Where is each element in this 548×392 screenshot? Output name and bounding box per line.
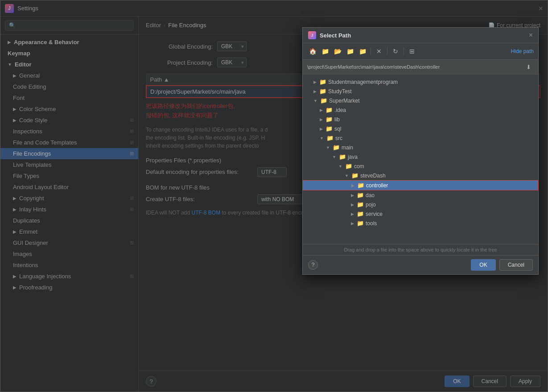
tree-label: sql (334, 126, 341, 132)
tree-label: controller (366, 182, 388, 189)
tree-arrow-icon: ▶ (351, 183, 354, 188)
dialog-close-button[interactable]: × (529, 31, 533, 39)
tree-item-src[interactable]: ▼ 📁 src (303, 133, 538, 143)
path-copy-button[interactable]: ⬇ (523, 62, 534, 72)
tree-item-tools[interactable]: ▶ 📁 tools (303, 219, 538, 228)
folder-icon: 📁 (319, 78, 326, 85)
tree-arrow-icon: ▼ (313, 99, 317, 103)
tree-item-pojo[interactable]: ▶ 📁 pojo (303, 200, 538, 209)
folder-button-4[interactable]: 📁 (357, 46, 368, 57)
tree-item-idea[interactable]: ▶ 📁 .idea (303, 105, 538, 115)
tree-label: service (366, 211, 383, 217)
tree-item-supermarket[interactable]: ▼ 📁 SuperMarket (303, 96, 538, 105)
tree-label: java (348, 154, 358, 160)
tree-label: SuperMarket (329, 98, 360, 104)
tree-label: Studentmanagementprogram (328, 79, 398, 85)
folder-icon: 📁 (326, 125, 333, 132)
tree-label: src (335, 135, 342, 141)
tree-arrow-icon: ▶ (320, 127, 323, 131)
tree-arrow-icon: ▼ (320, 136, 324, 140)
tree-arrow-icon: ▼ (326, 145, 330, 150)
dialog-path-input[interactable] (307, 64, 523, 70)
tree-item-studytest[interactable]: ▶ 📁 StudyTest (303, 87, 538, 96)
folder-icon: 📁 (326, 107, 333, 113)
tree-item-java[interactable]: ▼ 📁 java (303, 152, 538, 161)
tree-item-com[interactable]: ▼ 📁 com (303, 161, 538, 171)
tree-item-lib[interactable]: ▶ 📁 lib (303, 115, 538, 124)
dialog-toolbar: 🏠 📁 📂 📁 📁 ✕ ↻ ⊞ Hide path (303, 43, 538, 60)
tree-label: main (342, 144, 353, 151)
tree-arrow-icon: ▼ (345, 173, 349, 178)
folder-icon: 📁 (357, 201, 364, 208)
tree-arrow-icon: ▶ (320, 117, 323, 122)
folder-icon: 📁 (357, 182, 364, 189)
tree-label: tools (366, 220, 377, 227)
folder-icon: 📁 (320, 97, 327, 104)
tree-arrow-icon: ▼ (332, 155, 336, 159)
tree-label: dao (366, 192, 375, 198)
tree-item-main[interactable]: ▼ 📁 main (303, 143, 538, 152)
folder-icon: 📁 (333, 144, 340, 151)
tree-item-controller[interactable]: ▶ 📁 controller (303, 180, 538, 190)
dialog-path-bar: ⬇ (303, 60, 538, 74)
refresh-button[interactable]: ↻ (390, 46, 401, 57)
dialog-help-button[interactable]: ? (308, 260, 318, 270)
folder-icon: 📁 (357, 220, 364, 227)
tree-item-studentmgmt[interactable]: ▶ 📁 Studentmanagementprogram (303, 77, 538, 87)
hide-path-button[interactable]: Hide path (511, 48, 534, 54)
folder-icon: 📁 (326, 116, 333, 123)
folder-button-1[interactable]: 📁 (320, 46, 330, 57)
folder-icon: 📁 (339, 153, 346, 160)
folder-icon: 📁 (326, 135, 334, 141)
tree-item-stevedash[interactable]: ▼ 📁 steveDash (303, 171, 538, 180)
dialog-overlay: J Select Path × 🏠 📁 📂 📁 📁 ✕ ↻ ⊞ Hide pat… (0, 0, 548, 392)
tree-label: steveDash (360, 173, 386, 179)
dialog-tree: ▶ 📁 Studentmanagementprogram ▶ 📁 StudyTe… (303, 74, 538, 244)
dialog-hint: Drag and drop a file into the space abov… (303, 244, 538, 255)
tree-arrow-icon: ▶ (351, 212, 354, 216)
folder-button-2[interactable]: 📂 (332, 46, 343, 57)
tree-arrow-icon: ▶ (313, 89, 317, 94)
tree-label: .idea (334, 107, 346, 113)
home-button[interactable]: 🏠 (307, 46, 318, 57)
toolbar-separator-2 (387, 47, 387, 55)
tree-arrow-icon: ▶ (320, 108, 323, 112)
tree-arrow-icon: ▶ (313, 80, 317, 84)
folder-icon: 📁 (351, 172, 358, 179)
folder-icon: 📁 (357, 210, 364, 217)
tree-arrow-icon: ▼ (338, 164, 342, 169)
folder-icon: 📁 (345, 163, 352, 169)
folder-icon: 📁 (357, 192, 364, 198)
folder-button-3[interactable]: 📁 (345, 46, 355, 57)
tree-item-sql[interactable]: ▶ 📁 sql (303, 124, 538, 133)
toolbar-separator-3 (404, 47, 404, 55)
tree-arrow-icon: ▶ (351, 202, 354, 207)
dialog-title: Select Path (320, 32, 351, 39)
dialog-cancel-button[interactable]: Cancel (499, 259, 533, 271)
dialog-bottom: ? OK Cancel (303, 255, 538, 274)
tree-arrow-icon: ▶ (351, 221, 354, 226)
toolbar-separator (371, 47, 371, 55)
tree-item-service[interactable]: ▶ 📁 service (303, 209, 538, 219)
delete-button[interactable]: ✕ (374, 46, 384, 57)
tree-item-dao[interactable]: ▶ 📁 dao (303, 190, 538, 200)
copy-path-button[interactable]: ⊞ (407, 46, 417, 57)
tree-label: com (354, 163, 364, 169)
dialog-app-icon: J (308, 31, 316, 39)
tree-arrow-icon: ▶ (351, 193, 354, 198)
tree-label: lib (334, 116, 340, 123)
dialog-title-bar: J Select Path × (303, 28, 538, 43)
folder-icon: 📁 (319, 88, 326, 95)
tree-label: pojo (366, 202, 376, 208)
select-path-dialog: J Select Path × 🏠 📁 📂 📁 📁 ✕ ↻ ⊞ Hide pat… (302, 27, 539, 275)
settings-window: J Settings × ▶ Appearance & Behavior Key… (0, 0, 548, 392)
tree-label: StudyTest (328, 88, 352, 95)
dialog-ok-button[interactable]: OK (471, 259, 495, 271)
